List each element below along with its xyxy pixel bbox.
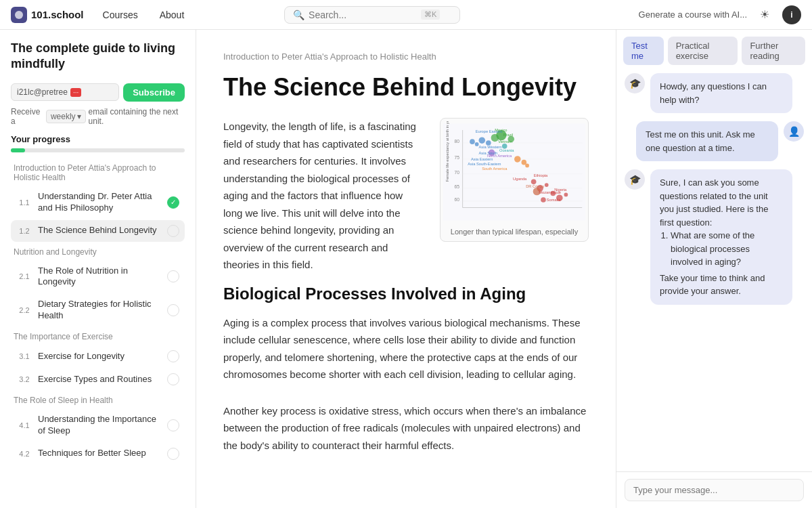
section-label-0: Introduction to Peter Attia's Approach t… [11,163,185,182]
item-num-4-1: 4.1 [16,421,32,429]
sidebar-item-2-1[interactable]: 2.1 The Role of Nutrition in Longevity [11,261,185,293]
chat-bubble-2: Sure, I can ask you some questions relat… [650,169,792,305]
sidebar-receive: Receive a weekly ▾ email containing the … [11,107,185,126]
progress-fill [11,148,25,152]
section2-body: Aging is a complex process that involves… [223,314,589,383]
item-label-1-2: The Science Behind Longevity [38,225,162,236]
frequency-selector[interactable]: weekly ▾ [46,110,86,123]
section-label-2: The Importance of Exercise [11,332,185,341]
item-check-3-2 [167,373,179,385]
sidebar-item-1-1[interactable]: 1.1 Understanding Dr. Peter Attia and Hi… [11,186,185,219]
item-label-4-2: Techniques for Better Sleep [38,448,162,459]
chat-area: 🎓 Howdy, any questions I can help with? … [616,65,812,471]
sidebar-email-field[interactable]: i21lc@pretree ··· [11,83,119,101]
content-intro-text: Longevity, the length of life, is a fasc… [223,118,424,274]
item-label-3-2: Exercise Types and Routines [38,374,162,385]
item-check-2-2 [167,304,179,316]
sidebar-item-4-1[interactable]: 4.1 Understanding the Importance of Slee… [11,409,185,442]
svg-point-14 [470,140,475,145]
section-label-3: The Role of Sleep in Health [11,396,185,405]
sidebar-item-1-2[interactable]: 1.2 The Science Behind Longevity [11,220,185,242]
section3-body: Another key process is oxidative stress,… [223,402,589,454]
svg-text:Vietnam: Vietnam [498,140,512,144]
item-label-2-2: Dietary Strategies for Holistic Health [38,299,162,322]
sidebar-email-row: i21lc@pretree ··· Subscribe [11,83,185,102]
receive-suffix: email containing the next unit. [89,107,185,126]
item-num-2-1: 2.1 [16,272,32,280]
ai-msg2-list: What are some of the biological processe… [660,229,783,269]
subscribe-button[interactable]: Subscribe [123,83,185,102]
content-chart: 80 75 70 65 60 [440,118,589,242]
svg-text:65: 65 [454,184,459,189]
tab-test-me[interactable]: Test me [623,37,664,65]
search-input[interactable] [309,9,417,20]
sidebar-item-3-1[interactable]: 3.1 Exercise for Longevity [11,345,185,367]
svg-text:Ethiopia: Ethiopia [534,173,548,177]
chat-list-item-0: What are some of the biological processe… [671,229,783,269]
sidebar-title: The complete guide to living mindfully [11,41,185,72]
svg-text:80: 80 [454,139,459,144]
chat-input-area [616,471,812,508]
svg-text:DR Congo: DR Congo [526,184,544,188]
longevity-chart: 80 75 70 65 60 [443,121,585,223]
item-label-2-1: The Role of Nutrition in Longevity [38,266,162,289]
item-num-2-2: 2.2 [16,306,32,314]
item-check-2-1 [167,270,179,282]
breadcrumb: Introduction to Peter Attia's Approach t… [223,51,589,62]
svg-text:Asia South-Eastern: Asia South-Eastern [468,163,501,167]
search-box[interactable]: 🔍 ⌘K [284,6,460,24]
svg-text:South America: South America [482,167,508,171]
svg-text:Oceania: Oceania [499,149,514,153]
search-kbd: ⌘K [421,9,440,20]
receive-label: Receive a [11,107,43,126]
progress-label: Your progress [11,134,185,144]
sidebar: The complete guide to living mindfully i… [0,30,196,508]
section-group-0: Introduction to Peter Attia's Approach t… [11,163,185,242]
nav-courses[interactable]: Courses [95,7,146,23]
item-num-1-2: 1.2 [16,227,32,235]
chat-message-1: 👤 Test me on this unit. Ask me one quest… [625,121,804,161]
svg-text:60: 60 [454,197,459,202]
sidebar-item-4-2[interactable]: 4.2 Techniques for Better Sleep [11,443,185,465]
ai-msg2-posttext: Take your time to think and provide your… [660,273,765,297]
content-section-2: Biological Processes Involved in Aging A… [223,284,589,383]
svg-rect-1 [443,124,585,221]
svg-point-22 [522,160,527,165]
sidebar-item-2-2[interactable]: 2.2 Dietary Strategies for Holistic Heal… [11,294,185,326]
ai-msg2-text: Sure, I can ask you some questions relat… [660,177,768,228]
logo-icon [11,7,27,23]
svg-text:70: 70 [454,170,459,175]
email-text: i21lc@pretree [17,87,68,97]
chat-bubble-1: Test me on this unit. Ask me one questio… [636,121,778,161]
chart-caption: Longer than typical lifespan, especially [443,225,585,238]
top-nav: 101.school Courses About 🔍 ⌘K Generate a… [0,0,812,30]
chat-message-0: 🎓 Howdy, any questions I can help with? [625,73,804,113]
sidebar-item-3-2[interactable]: 3.2 Exercise Types and Routines [11,368,185,390]
info-icon[interactable]: i [782,5,801,24]
item-label-3-1: Exercise for Longevity [38,351,162,362]
tab-practical-exercise[interactable]: Practical exercise [668,37,738,65]
nav-about[interactable]: About [152,7,193,23]
freq-value: weekly [51,112,76,121]
logo[interactable]: 101.school [11,7,84,23]
item-check-1-2 [167,225,179,237]
section-group-2: The Importance of Exercise 3.1 Exercise … [11,332,185,390]
item-check-4-1 [167,419,179,431]
item-num-1-1: 1.1 [16,198,32,207]
item-num-3-1: 3.1 [16,352,32,360]
section-group-1: Nutrition and Longevity 2.1 The Role of … [11,247,185,327]
settings-icon[interactable]: ☀ [755,5,774,24]
search-icon: 🔍 [293,9,304,20]
item-label-1-1: Understanding Dr. Peter Attia and His Ph… [38,191,162,214]
chat-input[interactable] [625,479,804,501]
svg-text:Female life expectancy at birt: Female life expectancy at birth in years [445,121,449,182]
svg-text:Nigeria: Nigeria [554,188,567,192]
item-check-4-2 [167,448,179,460]
tab-further-reading[interactable]: Further reading [742,37,805,65]
svg-text:Mexico: Mexico [495,128,507,132]
ai-generate-btn[interactable]: Generate a course with AI... [639,9,747,20]
item-label-4-1: Understanding the Importance of Sleep [38,414,162,437]
content-intro-block: Longevity, the length of life, is a fasc… [223,118,589,274]
section2-title: Biological Processes Involved in Aging [223,284,589,303]
svg-point-23 [525,164,529,168]
